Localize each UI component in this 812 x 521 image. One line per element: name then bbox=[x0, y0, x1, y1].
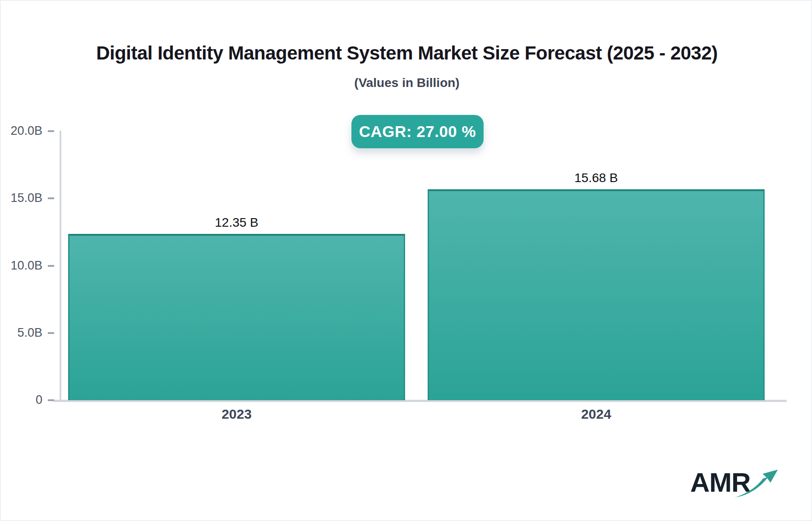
bar-2023 bbox=[68, 234, 405, 400]
cagr-badge: CAGR: 27.00 % bbox=[351, 115, 484, 148]
y-axis-line bbox=[60, 131, 61, 400]
x-category-label: 2023 bbox=[68, 407, 405, 422]
bar-value-label: 15.68 B bbox=[428, 171, 765, 185]
bar-value-label: 12.35 B bbox=[68, 215, 405, 230]
y-tick-dash bbox=[48, 130, 54, 132]
chart-canvas: Digital Identity Management System Marke… bbox=[0, 0, 812, 521]
amr-logo: AMR bbox=[690, 467, 776, 503]
y-tick-dash bbox=[48, 265, 54, 267]
growth-arrow-icon bbox=[734, 468, 780, 500]
y-tick-label: 15.0B bbox=[1, 191, 42, 205]
y-tick-label: 0 bbox=[1, 393, 42, 407]
page-subtitle: (Values in Billion) bbox=[1, 76, 812, 90]
y-tick-label: 5.0B bbox=[1, 326, 42, 340]
y-tick-label: 20.0B bbox=[1, 124, 42, 138]
x-category-label: 2024 bbox=[428, 407, 765, 422]
cagr-badge-label: CAGR: 27.00 % bbox=[359, 123, 476, 141]
bar-2024 bbox=[428, 189, 765, 400]
y-tick-label: 10.0B bbox=[1, 259, 42, 273]
y-tick-dash bbox=[48, 332, 54, 334]
page-title: Digital Identity Management System Marke… bbox=[1, 42, 812, 64]
y-tick-dash bbox=[48, 399, 54, 401]
y-tick-dash bbox=[48, 197, 54, 199]
